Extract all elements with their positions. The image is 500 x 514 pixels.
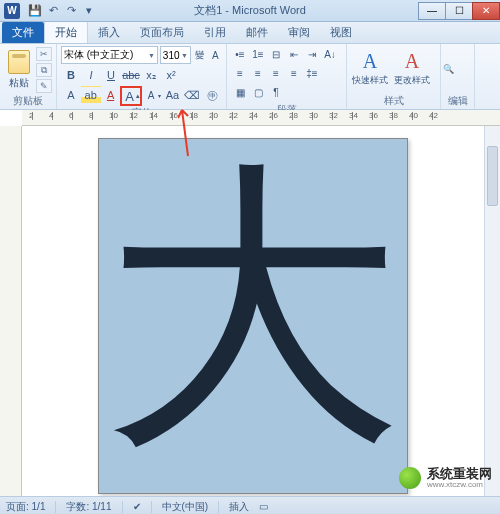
char-border-button[interactable]: A [208, 46, 222, 64]
enclosed-char-button[interactable]: ㊥ [202, 86, 222, 104]
clear-formatting-button[interactable]: ⌫ [182, 86, 202, 104]
status-words[interactable]: 字数: 1/11 [66, 500, 111, 514]
align-left-button[interactable]: ≡ [231, 65, 249, 82]
status-bar: 页面: 1/1 字数: 1/11 ✔ 中文(中国) 插入 ▭ [0, 496, 500, 514]
paste-button[interactable]: 粘贴 [4, 48, 34, 92]
separator [218, 501, 219, 513]
bullets-button[interactable]: •≡ [231, 46, 249, 63]
chevron-down-icon: ▼ [148, 52, 155, 59]
qat-more-icon[interactable]: ▾ [82, 4, 96, 18]
decrease-indent-button[interactable]: ⇤ [285, 46, 303, 63]
close-button[interactable]: ✕ [472, 2, 500, 20]
font-color-button[interactable]: A [101, 86, 121, 104]
scrollbar-thumb[interactable] [487, 146, 498, 206]
watermark-title: 系统重装网 [427, 467, 492, 481]
font-name-value: 宋体 (中文正文) [64, 48, 133, 62]
font-name-selector[interactable]: 宋体 (中文正文) ▼ [61, 46, 158, 64]
ribbon: 粘贴 ✂ ⧉ ✎ 剪贴板 宋体 (中文正文) ▼ 310 ▼ 變 A [0, 44, 500, 110]
status-spellcheck[interactable]: ✔ [133, 501, 141, 512]
align-right-button[interactable]: ≡ [267, 65, 285, 82]
borders-button[interactable]: ▢ [249, 84, 267, 101]
change-case-button[interactable]: Aa [162, 86, 182, 104]
tab-review[interactable]: 审阅 [278, 22, 320, 43]
justify-button[interactable]: ≡ [285, 65, 303, 82]
tab-insert[interactable]: 插入 [88, 22, 130, 43]
align-center-button[interactable]: ≡ [249, 65, 267, 82]
paste-icon [8, 50, 30, 74]
tab-file[interactable]: 文件 [2, 22, 44, 43]
superscript-button[interactable]: x² [161, 66, 181, 84]
bold-button[interactable]: B [61, 66, 81, 84]
shrink-font-button[interactable]: A▾ [142, 86, 162, 104]
separator [122, 501, 123, 513]
redo-icon[interactable]: ↷ [64, 4, 78, 18]
separator [151, 501, 152, 513]
window-controls: — ☐ ✕ [419, 2, 500, 20]
tab-references[interactable]: 引用 [194, 22, 236, 43]
group-clipboard: 粘贴 ✂ ⧉ ✎ 剪贴板 [0, 44, 57, 109]
edit-group-label: 编辑 [445, 94, 470, 109]
watermark: 系统重装网 www.xtczw.com [399, 467, 492, 490]
undo-icon[interactable]: ↶ [46, 4, 60, 18]
underline-button[interactable]: U [101, 66, 121, 84]
vertical-scrollbar[interactable] [484, 126, 500, 496]
sort-button[interactable]: A↓ [321, 46, 339, 63]
highlight-button[interactable]: ab [81, 86, 101, 104]
status-insert-mode[interactable]: 插入 [229, 500, 249, 514]
change-styles-icon: A [398, 50, 426, 74]
shading-button[interactable]: ▦ [231, 84, 249, 101]
italic-button[interactable]: I [81, 66, 101, 84]
minimize-button[interactable]: — [418, 2, 446, 20]
change-styles-button[interactable]: A 更改样式 [393, 46, 431, 90]
maximize-button[interactable]: ☐ [445, 2, 473, 20]
group-paragraph: •≡ 1≡ ⊟ ⇤ ⇥ A↓ ≡ ≡ ≡ ≡ ‡≡ ▦ ▢ ¶ 段落 [227, 44, 347, 109]
title-bar: W 💾 ↶ ↷ ▾ 文档1 - Microsoft Word — ☐ ✕ [0, 0, 500, 22]
change-styles-label: 更改样式 [394, 74, 430, 87]
copy-button[interactable]: ⧉ [36, 63, 52, 77]
quick-styles-button[interactable]: A 快速样式 [351, 46, 389, 90]
increase-indent-button[interactable]: ⇥ [303, 46, 321, 63]
grow-font-button[interactable]: A▴ [120, 86, 142, 106]
watermark-url: www.xtczw.com [427, 481, 492, 490]
line-spacing-button[interactable]: ‡≡ [303, 65, 321, 82]
document-text[interactable]: 大 [103, 160, 403, 460]
quick-access-toolbar: 💾 ↶ ↷ ▾ [28, 4, 96, 18]
show-marks-button[interactable]: ¶ [267, 84, 285, 101]
cut-button[interactable]: ✂ [36, 47, 52, 61]
save-icon[interactable]: 💾 [28, 4, 42, 18]
phonetic-guide-button[interactable]: 變 [193, 46, 207, 64]
group-styles: A 快速样式 A 更改样式 样式 [347, 44, 441, 109]
separator [55, 501, 56, 513]
font-size-value: 310 [163, 50, 180, 61]
vertical-ruler[interactable] [0, 126, 22, 496]
subscript-button[interactable]: x₂ [141, 66, 161, 84]
text-effects-button[interactable]: A [61, 86, 81, 104]
tab-home[interactable]: 开始 [44, 21, 88, 43]
ribbon-tabs: 文件 开始 插入 页面布局 引用 邮件 审阅 视图 [0, 22, 500, 44]
styles-group-label: 样式 [351, 94, 436, 109]
quick-styles-icon: A [356, 50, 384, 74]
status-language[interactable]: 中文(中国) [162, 500, 209, 514]
quick-styles-label: 快速样式 [352, 74, 388, 87]
page[interactable]: 大 [98, 138, 408, 494]
font-size-selector[interactable]: 310 ▼ [160, 46, 191, 64]
tab-mailings[interactable]: 邮件 [236, 22, 278, 43]
horizontal-ruler[interactable]: 24681012141618202224262830323436384042 [22, 110, 500, 126]
status-page[interactable]: 页面: 1/1 [6, 500, 45, 514]
window-title: 文档1 - Microsoft Word [194, 3, 306, 18]
group-font: 宋体 (中文正文) ▼ 310 ▼ 變 A B I U abc x₂ x² A [57, 44, 227, 109]
group-edit: 🔍 编辑 [441, 44, 475, 109]
numbering-button[interactable]: 1≡ [249, 46, 267, 63]
multilevel-button[interactable]: ⊟ [267, 46, 285, 63]
app-icon: W [4, 3, 20, 19]
document-area: 大 [0, 126, 500, 496]
tab-layout[interactable]: 页面布局 [130, 22, 194, 43]
format-painter-button[interactable]: ✎ [36, 79, 52, 93]
watermark-logo-icon [399, 467, 421, 489]
chevron-down-icon: ▼ [181, 52, 188, 59]
tab-view[interactable]: 视图 [320, 22, 362, 43]
status-extra-icon[interactable]: ▭ [259, 501, 268, 512]
page-container: 大 [22, 126, 484, 496]
find-button[interactable]: 🔍 [443, 64, 473, 76]
strikethrough-button[interactable]: abc [121, 66, 141, 84]
